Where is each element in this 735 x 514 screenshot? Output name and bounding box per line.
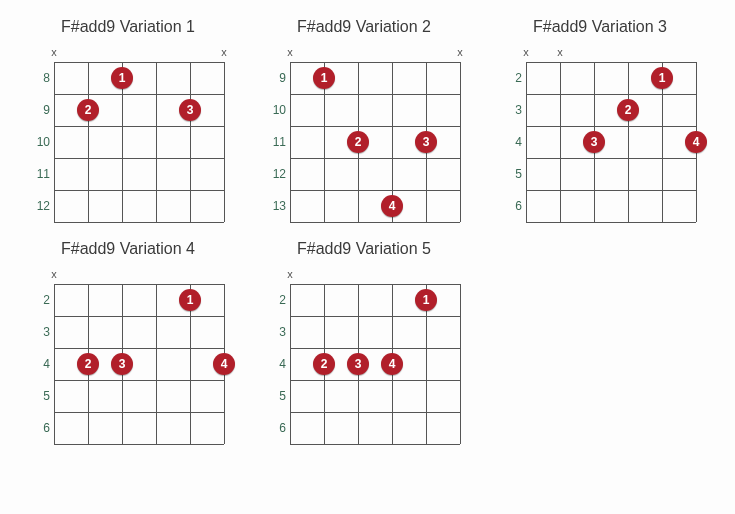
fret-line — [290, 284, 460, 285]
fret-line — [290, 316, 460, 317]
fret-label: 3 — [500, 94, 522, 126]
fret-label: 5 — [28, 380, 50, 412]
string-line — [628, 62, 629, 222]
fret-label: 10 — [264, 94, 286, 126]
board-area: 89101112xx123 — [28, 46, 228, 222]
mute-row: xx — [526, 46, 700, 60]
finger-dot: 3 — [111, 353, 133, 375]
finger-dot: 1 — [415, 289, 437, 311]
fretboard: 123 — [54, 62, 224, 222]
finger-dot: 2 — [313, 353, 335, 375]
board-column: x1234 — [54, 268, 228, 444]
fret-line — [54, 190, 224, 191]
fret-label: 10 — [28, 126, 50, 158]
chord-title: F#add9 Variation 5 — [264, 240, 464, 258]
mute-marker: x — [51, 268, 57, 280]
finger-dot: 3 — [179, 99, 201, 121]
string-line — [460, 62, 461, 222]
chord-diagram: F#add9 Variation 189101112xx123 — [28, 18, 228, 222]
finger-dot: 3 — [583, 131, 605, 153]
string-line — [526, 62, 527, 222]
fret-label: 4 — [500, 126, 522, 158]
board-area: 23456x1234 — [28, 268, 228, 444]
fret-labels: 910111213 — [264, 46, 290, 222]
string-line — [290, 284, 291, 444]
fret-line — [290, 126, 460, 127]
chord-diagram: F#add9 Variation 2910111213xx1234 — [264, 18, 464, 222]
string-line — [54, 284, 55, 444]
finger-dot: 1 — [313, 67, 335, 89]
string-line — [54, 62, 55, 222]
board-column: xx123 — [54, 46, 228, 222]
chord-title: F#add9 Variation 2 — [264, 18, 464, 36]
fret-label: 11 — [28, 158, 50, 190]
fretboard: 1234 — [290, 62, 460, 222]
finger-dot: 1 — [179, 289, 201, 311]
fret-line — [54, 94, 224, 95]
string-line — [224, 62, 225, 222]
finger-dot: 1 — [111, 67, 133, 89]
finger-dot: 2 — [77, 353, 99, 375]
fret-line — [290, 158, 460, 159]
string-line — [460, 284, 461, 444]
fretboard: 1234 — [526, 62, 696, 222]
fret-label: 12 — [28, 190, 50, 222]
fret-label: 12 — [264, 158, 286, 190]
string-line — [560, 62, 561, 222]
fret-line — [54, 126, 224, 127]
fret-label: 5 — [264, 380, 286, 412]
fret-line — [54, 62, 224, 63]
finger-dot: 4 — [685, 131, 707, 153]
fret-labels: 23456 — [264, 268, 290, 444]
chord-title: F#add9 Variation 4 — [28, 240, 228, 258]
fret-label: 2 — [500, 62, 522, 94]
fret-label: 6 — [500, 190, 522, 222]
fret-label: 11 — [264, 126, 286, 158]
mute-marker: x — [51, 46, 57, 58]
finger-dot: 4 — [381, 195, 403, 217]
finger-dot: 2 — [77, 99, 99, 121]
fret-line — [526, 94, 696, 95]
chord-diagram: F#add9 Variation 523456x1234 — [264, 240, 464, 444]
fret-label: 5 — [500, 158, 522, 190]
fret-label: 4 — [28, 348, 50, 380]
chord-title: F#add9 Variation 1 — [28, 18, 228, 36]
fret-label: 6 — [28, 412, 50, 444]
board-area: 910111213xx1234 — [264, 46, 464, 222]
fret-labels: 23456 — [28, 268, 54, 444]
finger-dot: 1 — [651, 67, 673, 89]
finger-dot: 3 — [347, 353, 369, 375]
mute-marker: x — [287, 46, 293, 58]
fret-line — [54, 158, 224, 159]
fret-label: 4 — [264, 348, 286, 380]
board-area: 23456xx1234 — [500, 46, 700, 222]
fret-line — [54, 348, 224, 349]
fret-line — [54, 380, 224, 381]
fret-label: 13 — [264, 190, 286, 222]
fret-label: 8 — [28, 62, 50, 94]
fret-line — [290, 380, 460, 381]
fret-line — [290, 222, 460, 223]
string-line — [88, 62, 89, 222]
mute-row: xx — [290, 46, 464, 60]
fret-line — [290, 412, 460, 413]
mute-marker: x — [221, 46, 227, 58]
fret-line — [54, 444, 224, 445]
string-line — [156, 284, 157, 444]
mute-marker: x — [457, 46, 463, 58]
finger-dot: 4 — [381, 353, 403, 375]
fret-line — [526, 126, 696, 127]
mute-row: xx — [54, 46, 228, 60]
board-column: xx1234 — [526, 46, 700, 222]
mute-row: x — [54, 268, 228, 282]
fret-line — [54, 222, 224, 223]
string-line — [190, 62, 191, 222]
fret-labels: 23456 — [500, 46, 526, 222]
chord-title: F#add9 Variation 3 — [500, 18, 700, 36]
mute-marker: x — [557, 46, 563, 58]
mute-row: x — [290, 268, 464, 282]
fret-line — [526, 62, 696, 63]
fret-line — [54, 316, 224, 317]
fret-label: 6 — [264, 412, 286, 444]
fret-label: 3 — [264, 316, 286, 348]
